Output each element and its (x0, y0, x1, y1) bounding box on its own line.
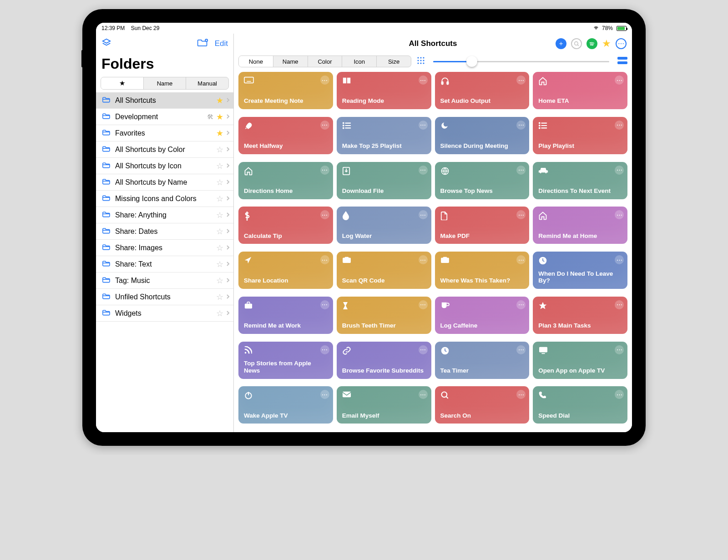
shortcut-tile[interactable]: ⋯Make PDF (435, 207, 530, 244)
shortcut-tile[interactable]: ⋯Calculate Tip (238, 207, 333, 244)
sidebar-item[interactable]: Unfiled Shortcuts☆ (96, 289, 233, 305)
tile-more-button[interactable]: ⋯ (419, 345, 428, 354)
sort-size[interactable]: Size (377, 56, 411, 67)
grid-icon[interactable] (417, 56, 425, 67)
tile-more-button[interactable]: ⋯ (320, 166, 329, 175)
sort-color[interactable]: Color (308, 56, 343, 67)
star-icon[interactable]: ☆ (216, 177, 223, 187)
shortcut-tile[interactable]: ⋯Brush Teeth Timer (337, 297, 431, 334)
star-icon[interactable]: ★ (216, 96, 223, 106)
layers-icon[interactable] (101, 38, 111, 50)
shortcut-tile[interactable]: ⋯Plan 3 Main Tasks (533, 297, 627, 334)
star-icon[interactable]: ☆ (216, 145, 223, 155)
shortcut-tile[interactable]: ⋯Email Myself (337, 386, 431, 424)
tile-more-button[interactable]: ⋯ (419, 255, 428, 264)
tile-more-button[interactable]: ⋯ (419, 210, 428, 219)
shortcut-tile[interactable]: ⋯Home ETA (533, 72, 627, 109)
sort-icon[interactable]: Icon (342, 56, 377, 67)
shortcut-tile[interactable]: ⋯Silence During Meeting (435, 117, 530, 154)
spotify-icon[interactable] (586, 38, 597, 49)
shortcut-tile[interactable]: ⋯Log Caffeine (435, 297, 530, 334)
shortcut-tile[interactable]: ⋯Browse Top News (435, 162, 530, 199)
seg-manual[interactable]: Manual (186, 77, 228, 89)
shortcut-tile[interactable]: ⋯Remind Me at Home (533, 207, 627, 244)
star-icon[interactable]: ☆ (216, 194, 223, 204)
sidebar-item[interactable]: All Shortcuts by Name☆ (96, 174, 233, 191)
tile-more-button[interactable]: ⋯ (419, 390, 428, 399)
sidebar-item[interactable]: Widgets☆ (96, 305, 233, 322)
sidebar-item[interactable]: Share: Anything☆ (96, 207, 233, 223)
tile-more-button[interactable]: ⋯ (320, 390, 329, 399)
tile-more-button[interactable]: ⋯ (320, 76, 329, 85)
tile-more-button[interactable]: ⋯ (615, 76, 624, 85)
tile-more-button[interactable]: ⋯ (516, 121, 526, 130)
sidebar-item[interactable]: All Shortcuts by Icon☆ (96, 158, 233, 174)
sort-name[interactable]: Name (273, 56, 308, 67)
tile-more-button[interactable]: ⋯ (615, 210, 624, 219)
star-icon[interactable]: ☆ (216, 308, 223, 318)
tile-more-button[interactable]: ⋯ (615, 345, 624, 354)
shortcut-tile[interactable]: ⋯Where Was This Taken? (435, 252, 530, 289)
tile-more-button[interactable]: ⋯ (615, 121, 624, 130)
shortcut-tile[interactable]: ⋯Reading Mode (337, 72, 431, 109)
add-button[interactable]: ＋ (556, 38, 566, 49)
shortcut-tile[interactable]: ⋯Create Meeting Note (238, 72, 333, 109)
star-icon[interactable]: ☆ (216, 227, 223, 237)
tile-more-button[interactable]: ⋯ (320, 345, 329, 354)
shortcut-tile[interactable]: ⋯Directions Home (238, 162, 333, 199)
shortcut-tile[interactable]: ⋯Search On (435, 386, 530, 424)
shortcut-tile[interactable]: ⋯Wake Apple TV (238, 386, 333, 424)
star-button[interactable]: ★ (602, 38, 611, 50)
shortcut-tile[interactable]: ⋯Download File (337, 162, 431, 199)
tile-more-button[interactable]: ⋯ (320, 121, 329, 130)
tile-more-button[interactable]: ⋯ (516, 166, 526, 175)
tile-more-button[interactable]: ⋯ (419, 166, 428, 175)
shortcut-tile[interactable]: ⋯Meet Halfway (238, 117, 333, 154)
tile-more-button[interactable]: ⋯ (615, 255, 624, 264)
shortcut-tile[interactable]: ⋯Top Stories from Apple News (238, 342, 333, 379)
shortcut-tile[interactable]: ⋯Browse Favorite Subreddits (337, 342, 431, 379)
tile-more-button[interactable]: ⋯ (516, 255, 526, 264)
seg-favorites[interactable]: ★ (101, 77, 144, 89)
shortcut-tile[interactable]: ⋯Share Location (238, 252, 333, 289)
edit-button[interactable]: Edit (215, 39, 228, 48)
add-folder-icon[interactable] (197, 38, 208, 50)
shortcut-tile[interactable]: ⋯Open App on Apple TV (533, 342, 627, 379)
tile-more-button[interactable]: ⋯ (419, 121, 428, 130)
shortcut-tile[interactable]: ⋯When Do I Need To Leave By? (533, 252, 627, 289)
shortcut-tile[interactable]: ⋯Speed Dial (533, 386, 627, 424)
tile-more-button[interactable]: ⋯ (516, 390, 526, 399)
shortcut-tile[interactable]: ⋯Make Top 25 Playlist (337, 117, 431, 154)
tile-more-button[interactable]: ⋯ (516, 345, 526, 354)
tile-more-button[interactable]: ⋯ (615, 300, 624, 309)
shortcut-tile[interactable]: ⋯Directions To Next Event (533, 162, 627, 199)
tile-more-button[interactable]: ⋯ (516, 300, 526, 309)
star-icon[interactable]: ☆ (216, 243, 223, 253)
shortcut-tile[interactable]: ⋯Remind Me at Work (238, 297, 333, 334)
sidebar-item[interactable]: Share: Text☆ (96, 256, 233, 272)
more-button[interactable]: ⋯ (616, 38, 627, 49)
tile-more-button[interactable]: ⋯ (320, 255, 329, 264)
tile-more-button[interactable]: ⋯ (320, 300, 329, 309)
shortcut-tile[interactable]: ⋯Play Playlist (533, 117, 627, 154)
sidebar-item[interactable]: All Shortcuts by Color☆ (96, 141, 233, 158)
star-icon[interactable]: ☆ (216, 259, 223, 269)
sidebar-item[interactable]: Favorites★ (96, 125, 233, 141)
tile-more-button[interactable]: ⋯ (320, 210, 329, 219)
star-icon[interactable]: ☆ (216, 276, 223, 286)
search-button[interactable] (571, 38, 582, 49)
star-icon[interactable]: ★ (216, 112, 223, 122)
star-icon[interactable]: ★ (216, 128, 223, 138)
sidebar-item[interactable]: Development🛠★ (96, 109, 233, 125)
seg-name[interactable]: Name (144, 77, 187, 89)
tile-more-button[interactable]: ⋯ (419, 76, 428, 85)
sidebar-item[interactable]: Share: Dates☆ (96, 223, 233, 240)
tile-more-button[interactable]: ⋯ (615, 166, 624, 175)
shortcut-tile[interactable]: ⋯Tea Timer (435, 342, 530, 379)
star-icon[interactable]: ☆ (216, 210, 223, 220)
star-icon[interactable]: ☆ (216, 292, 223, 302)
sidebar-item[interactable]: Tag: Music☆ (96, 272, 233, 289)
tile-more-button[interactable]: ⋯ (615, 390, 624, 399)
sidebar-item[interactable]: All Shortcuts★ (96, 92, 233, 109)
shortcut-tile[interactable]: ⋯Scan QR Code (337, 252, 431, 289)
